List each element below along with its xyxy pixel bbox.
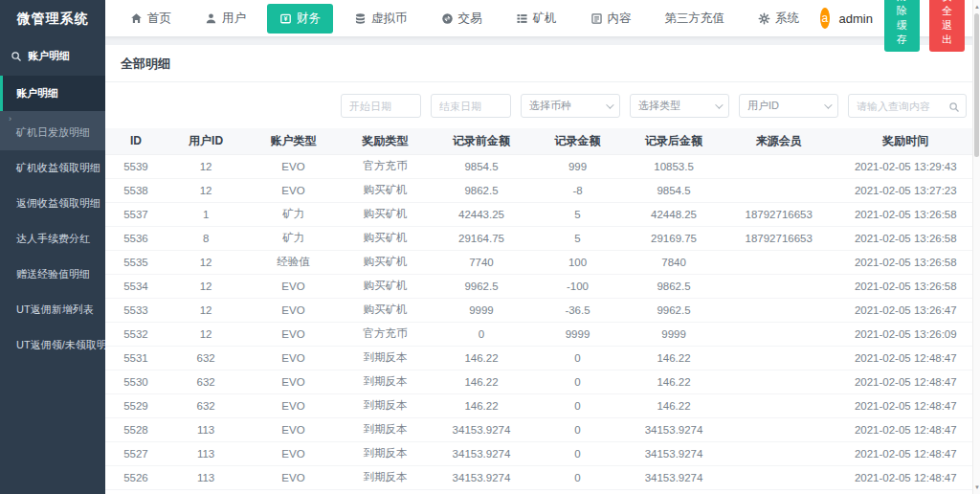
scroll-up-icon[interactable]: ▲ [973,2,980,11]
logout-button[interactable]: 安全退出 [929,0,965,52]
table-cell [726,154,832,178]
table-cell: EVO [245,417,342,441]
chevron-down-icon [715,101,723,108]
table-cell: 8 [167,226,245,250]
table-cell: 到期反本 [342,370,429,393]
nav-item-label: 内容 [608,11,632,27]
table-cell: 经验值 [245,250,342,274]
table-cell: 购买矿机 [342,202,429,226]
table-cell: 7840 [621,250,726,274]
coins-icon [354,12,367,25]
table-cell: 5531 [105,346,167,370]
clear-cache-button[interactable]: 清除缓存 [884,0,920,52]
search-icon[interactable] [948,100,960,117]
table-cell: 到期反本 [342,465,429,489]
table-cell: 632 [167,393,245,417]
type-select[interactable]: 选择类型 [630,94,729,118]
table-cell: 2021-02-05 12:48:47 [832,346,980,370]
table-cell: 34153.9274 [429,465,534,489]
sidebar-item-rebate-income-claim[interactable]: 返佣收益领取明细 [0,186,105,221]
userid-select-value: 用户ID [747,99,779,113]
nav-item-trade[interactable]: 交易 [429,4,495,34]
sidebar-item-ut-rebate-new-list[interactable]: UT返佣新增列表 [0,292,105,327]
table-cell: 34153.9274 [429,417,534,441]
table-cell: 5530 [105,370,167,393]
table-row: 553912EVO官方充币9854.599910853.52021-02-05 … [105,154,980,178]
table-cell: EVO [245,393,342,417]
sidebar-item-label: 赠送经验值明细 [16,268,90,280]
svg-text:¥: ¥ [284,14,288,21]
nav-item-content[interactable]: 内容 [578,4,644,34]
table-cell: EVO [245,154,342,178]
table-cell [726,346,832,370]
vertical-scrollbar[interactable]: ▲ ▼ [972,0,980,494]
table-cell: 5535 [105,250,167,274]
table-cell: 1 [167,202,245,226]
nav-item-virtual-coin[interactable]: 虚拟币 [342,4,420,34]
table-cell: 12 [167,154,245,178]
scrollbar-thumb[interactable] [974,13,979,157]
table-cell: 0 [534,346,621,370]
table-cell: 9862.5 [429,178,534,202]
nav-item-third-party-recharge[interactable]: 第三方充值 [653,4,738,34]
table-cell: 5529 [105,393,167,417]
table-cell: 113 [167,465,245,489]
table-cell: 购买矿机 [342,226,429,250]
sidebar-item-account-detail[interactable]: 账户明细 [0,76,105,111]
tab-all-details[interactable]: 全部明细 [121,56,170,71]
table-cell [726,250,832,274]
nav-item-system[interactable]: 系统 [746,4,812,34]
table-cell: 12 [167,274,245,298]
table-cell: 9854.5 [621,178,726,202]
sidebar-section-header[interactable]: 账户明细 [0,36,105,76]
currency-select[interactable]: 选择币种 [521,94,620,118]
table-cell: 购买矿机 [342,274,429,298]
table-cell: 0 [534,465,621,489]
table-cell: 9999 [534,322,621,346]
table-cell [726,441,832,465]
sidebar-item-miner-income-claim[interactable]: 矿机收益领取明细 [0,150,105,186]
table-cell [726,393,832,417]
table-cell: 2021-02-05 13:26:58 [832,250,980,274]
sidebar-item-label: 达人手续费分红 [16,233,90,244]
table-cell: 146.22 [429,393,534,417]
table-cell: 5533 [105,298,167,322]
sidebar-menu: 账户明细›矿机日发放明细矿机收益领取明细返佣收益领取明细达人手续费分红赠送经验值… [0,76,105,363]
scroll-down-icon[interactable]: ▼ [973,483,980,492]
nav-item-users[interactable]: 用户 [192,4,258,34]
nav-item-home[interactable]: 首页 [118,4,184,34]
table-cell: 5538 [105,178,167,202]
table-cell: 29169.75 [621,226,726,250]
end-date-input[interactable] [431,94,511,118]
table-cell: 9962.5 [429,274,534,298]
table-cell: 2021-02-05 13:26:58 [832,202,980,226]
table-row: 55368矿力购买矿机29164.75529169.75187927166532… [105,226,980,250]
table-cell: 12 [167,250,245,274]
table-cell: 5537 [105,202,167,226]
sidebar-item-gift-exp-detail[interactable]: 赠送经验值明细 [0,257,105,292]
table-cell: -36.5 [534,298,621,322]
username[interactable]: admin [839,11,873,26]
avatar[interactable]: a [820,8,830,29]
table-cell: 1771 [167,489,245,494]
sidebar-item-expert-fee-dividend[interactable]: 达人手续费分红 [0,221,105,257]
userid-select[interactable]: 用户ID [739,94,838,118]
table-cell: 2021-02-05 13:26:58 [832,274,980,298]
table-cell: 2021-02-05 12:48:47 [832,489,980,494]
table-cell: 34153.9274 [621,441,726,465]
table-cell: 购买矿机 [342,250,429,274]
table-cell: 5528 [105,417,167,441]
table-cell: 5527 [105,441,167,465]
table-cell: 9999 [429,298,534,322]
table-cell: 42443.25 [429,202,534,226]
nav-item-miner[interactable]: 矿机 [503,4,569,34]
sidebar-item-ut-rebate-claim-detail[interactable]: UT返佣领/未领取明细 [0,327,105,363]
table-cell: 18792716653 [726,202,832,226]
nav-item-finance[interactable]: ¥财务 [267,4,333,34]
column-header: ID [105,128,167,154]
sidebar-item-miner-daily-issue[interactable]: ›矿机日发放明细 [0,111,105,150]
start-date-input[interactable] [341,94,421,118]
table-cell: 9962.5 [621,298,726,322]
table-cell: EVO [245,489,342,494]
table-cell: 5539 [105,154,167,178]
